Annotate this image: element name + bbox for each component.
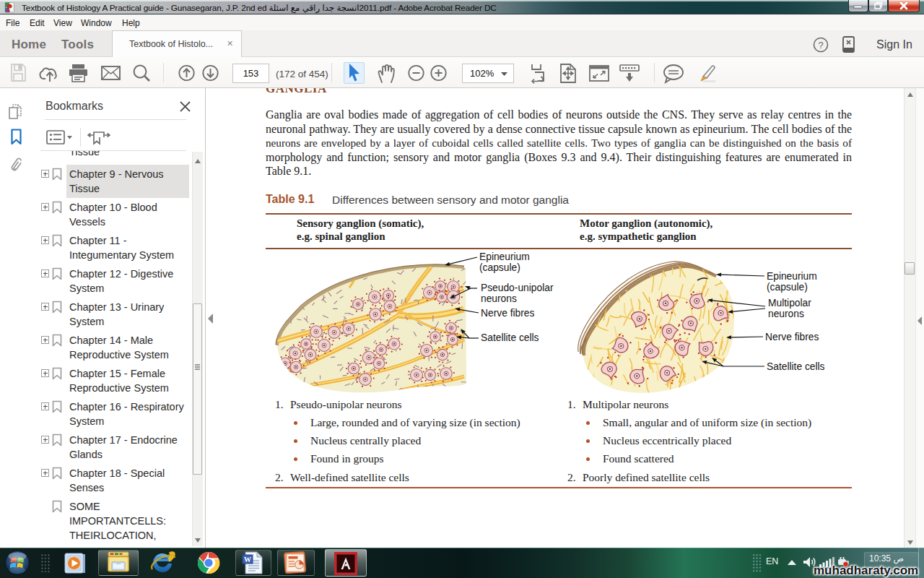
svg-text:?: ? (818, 40, 823, 51)
svg-text:W: W (244, 556, 251, 564)
